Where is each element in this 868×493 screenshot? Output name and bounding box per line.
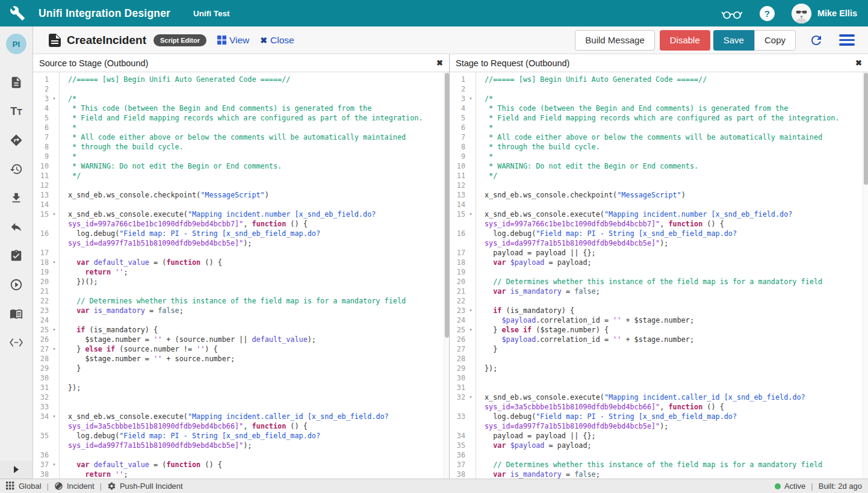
code-line[interactable]: 6 * bbox=[450, 123, 868, 132]
sidebar-item-text-format[interactable]: TT bbox=[9, 105, 23, 118]
code-line[interactable]: 35 var $payload = payload; bbox=[450, 441, 868, 450]
code-line[interactable]: 33 bbox=[33, 402, 449, 412]
code-line[interactable]: sys_id=da997f7a1b51b81090dfdb9ebd4bcb5e]… bbox=[33, 238, 449, 248]
fold-arrow-icon[interactable]: ▾ bbox=[49, 460, 60, 470]
code-line[interactable]: 35 log.debug("Field map: PI - String [x_… bbox=[33, 431, 449, 441]
fold-arrow-icon[interactable]: ▾ bbox=[465, 392, 476, 402]
code-line[interactable]: 19 return ''; bbox=[33, 267, 449, 277]
fold-arrow-icon[interactable]: ▾ bbox=[49, 258, 60, 267]
code-line[interactable]: 20 })(); bbox=[33, 277, 449, 287]
fold-arrow-icon[interactable]: ▾ bbox=[465, 306, 476, 315]
code-line[interactable]: 16 log.debug("Field map: PI - String [x_… bbox=[450, 229, 868, 238]
code-line[interactable]: 23▾ if (is_mandatory) { bbox=[450, 306, 868, 315]
save-button[interactable]: Save bbox=[713, 30, 754, 51]
code-line[interactable]: 13x_snd_eb.ws_console.checkpoint("Messag… bbox=[33, 190, 449, 200]
code-line[interactable]: 3▾/* bbox=[450, 94, 868, 104]
code-line[interactable]: 18 var $payload = payload; bbox=[450, 258, 868, 267]
code-line[interactable]: 28 bbox=[450, 354, 868, 364]
vertical-scrollbar[interactable] bbox=[863, 72, 868, 479]
fold-arrow-icon[interactable]: ▾ bbox=[465, 94, 476, 104]
code-line[interactable]: 22 // Determines whether this instance o… bbox=[33, 296, 449, 306]
code-line[interactable]: 2 bbox=[33, 84, 449, 94]
build-message-button[interactable]: Build Message bbox=[575, 30, 654, 51]
fold-arrow-icon[interactable]: ▾ bbox=[49, 209, 60, 219]
code-line[interactable]: 5 * Field and Field mapping records whic… bbox=[450, 113, 868, 123]
code-line[interactable]: 24 $payload.correlation_id = '' + $stage… bbox=[450, 315, 868, 325]
avatar[interactable] bbox=[792, 4, 811, 23]
code-line[interactable]: 24 bbox=[33, 315, 449, 325]
code-line[interactable]: 25▾ } else if ($stage.number) { bbox=[450, 325, 868, 335]
code-line[interactable]: 27▾ } else if (source.number != '') { bbox=[33, 344, 449, 354]
scrollbar-thumb[interactable] bbox=[864, 73, 868, 185]
code-line[interactable]: 7 * All code either above or below the c… bbox=[450, 132, 868, 142]
code-line[interactable]: sys_id=997a766c1be1bc1090dfdb9ebd4bcbb7]… bbox=[33, 219, 449, 229]
code-line[interactable]: 11 */ bbox=[33, 171, 449, 181]
code-line[interactable]: 23 var is_mandatory = false; bbox=[33, 306, 449, 315]
code-line[interactable]: 10 * WARNING: Do not edit the Begin or E… bbox=[33, 161, 449, 171]
code-line[interactable]: 12 bbox=[33, 181, 449, 190]
code-line[interactable]: 5 * Field and Field mapping records whic… bbox=[33, 113, 449, 123]
code-line[interactable]: 19 bbox=[450, 267, 868, 277]
sidebar-item-undo[interactable] bbox=[9, 220, 23, 234]
code-line[interactable]: 8 * through the build cycle. bbox=[450, 142, 868, 152]
code-line[interactable]: sys_id=3a5cbbbe1b51b81090dfdb9ebd4bcb66]… bbox=[450, 402, 868, 412]
code-line[interactable]: 28 $stage.number = '' + source.number; bbox=[33, 354, 449, 364]
code-line[interactable]: 4 * This code (between the Begin and End… bbox=[450, 104, 868, 113]
glasses-icon[interactable] bbox=[721, 6, 743, 20]
sidebar-item-mappings[interactable] bbox=[9, 134, 23, 147]
sidebar-item-run[interactable] bbox=[9, 278, 23, 291]
code-line[interactable]: 14 bbox=[450, 200, 868, 209]
fold-arrow-icon[interactable]: ▾ bbox=[49, 412, 60, 421]
user-name[interactable]: Mike Ellis bbox=[817, 8, 857, 18]
code-line[interactable]: 30 bbox=[33, 373, 449, 383]
view-button[interactable]: View bbox=[217, 35, 249, 46]
code-line[interactable]: 26 $payload.correlation_id = '' + $stage… bbox=[450, 335, 868, 344]
code-line[interactable]: 29}); bbox=[450, 364, 868, 373]
code-line[interactable]: 38 var is_mandatory = false; bbox=[450, 470, 868, 479]
code-line[interactable]: 31}); bbox=[33, 383, 449, 392]
code-line[interactable]: 1//===== [ws] Begin Unifi Auto Generated… bbox=[450, 75, 868, 84]
close-button[interactable]: ✖ Close bbox=[260, 35, 294, 46]
process-item[interactable]: Push-Pull Incident bbox=[107, 482, 183, 491]
copy-button[interactable]: Copy bbox=[754, 30, 796, 51]
scrollbar-thumb[interactable] bbox=[445, 73, 449, 338]
sidebar-item-history[interactable] bbox=[9, 163, 23, 176]
code-line[interactable]: 32 bbox=[33, 392, 449, 402]
code-line[interactable]: 18▾ var default_value = (function () { bbox=[33, 258, 449, 267]
panel-close-icon[interactable]: ✖ bbox=[436, 58, 443, 67]
sidebar-item-document[interactable] bbox=[9, 76, 23, 89]
code-line[interactable]: 15▾x_snd_eb.ws_console.execute("Mapping … bbox=[450, 209, 868, 219]
code-line[interactable]: 17 payload = payload || {}; bbox=[450, 248, 868, 258]
instance-name[interactable]: Unifi Test bbox=[193, 9, 230, 18]
sidebar-item-tasks[interactable] bbox=[9, 249, 23, 262]
code-line[interactable]: 13x_snd_eb.ws_console.checkpoint("Messag… bbox=[450, 190, 868, 200]
code-line[interactable]: 38 return ''; bbox=[33, 470, 449, 479]
menu-icon[interactable] bbox=[839, 32, 855, 48]
code-line[interactable]: 10 * WARNING: Do not edit the Begin or E… bbox=[450, 161, 868, 171]
code-line[interactable]: 36 bbox=[33, 450, 449, 460]
code-line[interactable]: 7 * All code either above or below the c… bbox=[33, 132, 449, 142]
disable-button[interactable]: Disable bbox=[660, 30, 710, 51]
help-icon[interactable]: ? bbox=[760, 6, 775, 21]
code-line[interactable]: 37 // Determines whether this instance o… bbox=[450, 460, 868, 470]
code-line[interactable]: 9 * bbox=[33, 152, 449, 161]
sidebar-item-documentation[interactable] bbox=[9, 307, 23, 320]
vertical-scrollbar[interactable] bbox=[444, 72, 449, 479]
code-line[interactable]: sys_id=997a766c1be1bc1090dfdb9ebd4bcbb7]… bbox=[450, 219, 868, 229]
code-line[interactable]: 32▾x_snd_eb.ws_console.execute("Mapping … bbox=[450, 392, 868, 402]
fold-arrow-icon[interactable]: ▾ bbox=[465, 325, 476, 335]
integration-item[interactable]: Incident bbox=[54, 482, 95, 491]
code-line[interactable]: 25▾ if (is_mandatory) { bbox=[33, 325, 449, 335]
code-editor[interactable]: 1//===== [ws] Begin Unifi Auto Generated… bbox=[450, 72, 868, 479]
code-line[interactable]: 34▾x_snd_eb.ws_console.execute("Mapping … bbox=[33, 412, 449, 421]
sidebar-item-download[interactable] bbox=[9, 191, 23, 205]
code-line[interactable]: 34 payload = payload || {}; bbox=[450, 431, 868, 441]
code-line[interactable]: sys_id=3a5cbbbe1b51b81090dfdb9ebd4bcb66]… bbox=[33, 421, 449, 431]
panel-close-icon[interactable]: ✖ bbox=[855, 58, 862, 67]
code-line[interactable]: 3▾/* bbox=[33, 94, 449, 104]
code-line[interactable]: 37▾ var default_value = (function () { bbox=[33, 460, 449, 470]
sidebar-expand-button[interactable] bbox=[0, 460, 33, 479]
code-line[interactable]: 30 bbox=[450, 373, 868, 383]
code-line[interactable]: sys_id=da997f7a1b51b81090dfdb9ebd4bcb5e]… bbox=[450, 421, 868, 431]
code-line[interactable]: 27 } bbox=[450, 344, 868, 354]
